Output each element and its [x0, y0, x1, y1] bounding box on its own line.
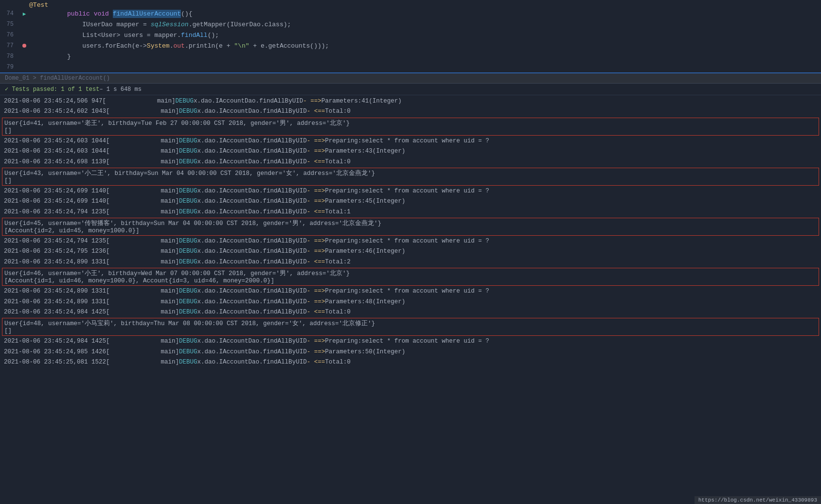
console-log-line: 2021-08-06 23:45:24,985 1426 [ main] DEB… — [0, 347, 821, 357]
run-icon[interactable]: ▶ — [23, 11, 26, 17]
user-result-box: User{id=46, username='小王', birthday=Wed … — [2, 268, 819, 286]
user-result-box: User{id=48, username='小马宝莉', birthday=Th… — [2, 318, 819, 336]
console-log-line: 2021-08-06 23:45:24,794 1235 [ main] DEB… — [0, 207, 821, 217]
console-log-line: 2021-08-06 23:45:24,602 1043 [ main] DEB… — [0, 106, 821, 117]
code-line-78: 78 } — [0, 51, 821, 62]
console-log-line: 2021-08-06 23:45:24,699 1140 [ main] DEB… — [0, 196, 821, 207]
user-result-box: User{id=43, username='小二王', birthday=Sun… — [2, 168, 819, 186]
console-log-line: 2021-08-06 23:45:25,081 1522 [ main] DEB… — [0, 357, 821, 367]
breadcrumb-text: Dome_01 > findAllUserAccount() — [5, 75, 110, 82]
console-log-line: 2021-08-06 23:45:24,699 1140 [ main] DEB… — [0, 186, 821, 196]
console-log-line: 2021-08-06 23:45:24,890 1331 [ main] DEB… — [0, 286, 821, 296]
user-result-box: User{id=45, username='传智播客', birthday=Su… — [2, 218, 819, 236]
console-log-line: 2021-08-06 23:45:24,603 1044 [ main] DEB… — [0, 146, 821, 156]
console-log-line: 2021-08-06 23:45:24,698 1139 [ main] DEB… — [0, 157, 821, 167]
console-log-line: 2021-08-06 23:45:24,603 1044 [ main] DEB… — [0, 136, 821, 146]
test-results-banner: ✓ Tests passed: 1 of 1 test– 1 s 648 ms — [0, 84, 821, 95]
console-log-line: 2021-08-06 23:45:24,984 1425 [ main] DEB… — [0, 336, 821, 347]
test-banner-duration: – 1 s 648 ms — [99, 86, 141, 93]
code-editor: 74 ▶ public void findAllUserAccount(){ 7… — [0, 8, 821, 73]
console-log-line: 2021-08-06 23:45:24,984 1425 [ main] DEB… — [0, 307, 821, 317]
console-log-line: 2021-08-06 23:45:24,506 947 [ main] DEBU… — [0, 96, 821, 106]
breadcrumb: Dome_01 > findAllUserAccount() — [0, 73, 821, 84]
test-banner-passed: Tests passed: 1 of 1 test — [12, 86, 99, 93]
console-log-line: 2021-08-06 23:45:24,890 1331 [ main] DEB… — [0, 297, 821, 307]
console-output: 2021-08-06 23:45:24,506 947 [ main] DEBU… — [0, 95, 821, 368]
console-log-line: 2021-08-06 23:45:24,795 1236 [ main] DEB… — [0, 246, 821, 257]
test-check-icon: ✓ — [5, 86, 12, 93]
footer-url: https://blog.csdn.net/weixin_43309893 — [695, 496, 821, 504]
breakpoint-icon[interactable] — [22, 44, 26, 48]
user-result-box: User{id=41, username='老王', birthday=Tue … — [2, 118, 819, 136]
console-log-line: 2021-08-06 23:45:24,794 1235 [ main] DEB… — [0, 236, 821, 246]
console-log-line: 2021-08-06 23:45:24,890 1331 [ main] DEB… — [0, 257, 821, 267]
